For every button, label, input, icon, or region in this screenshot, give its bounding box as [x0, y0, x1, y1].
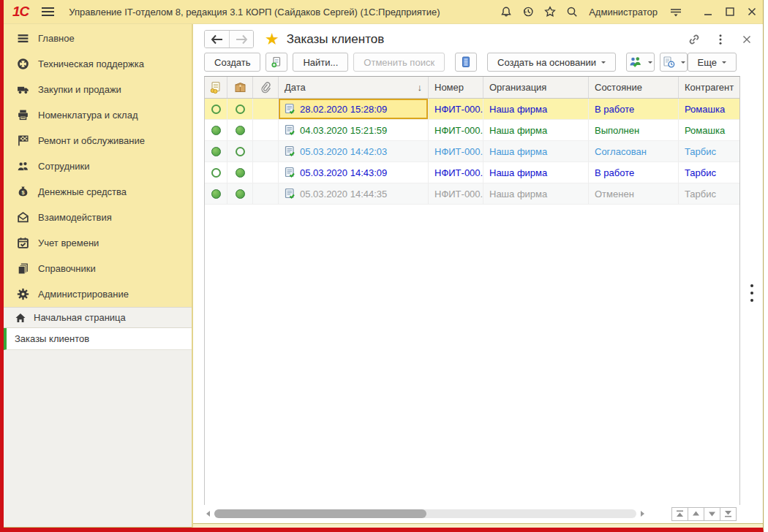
copy-document-button[interactable] — [266, 53, 287, 72]
link-icon[interactable] — [687, 32, 701, 47]
sidebar: Главное Техническая поддержка Закупки и … — [4, 24, 193, 528]
more-button[interactable]: Еще — [688, 53, 737, 72]
sidebar-item-printer[interactable]: Номенклатура и склад — [4, 102, 192, 128]
document-clock-button[interactable] — [660, 53, 688, 72]
table-row[interactable]: 04.03.2020 15:21:59 НФИТ-000... Наша фир… — [205, 120, 739, 141]
state-cell[interactable]: Согласован — [589, 141, 679, 162]
shipment-status-icon — [236, 126, 245, 135]
date-cell[interactable]: 05.03.2020 14:44:35 — [279, 183, 429, 204]
scroll-thumb[interactable] — [214, 509, 426, 518]
find-button[interactable]: Найти... — [293, 53, 348, 72]
service-menu-icon[interactable] — [665, 3, 687, 20]
star-icon[interactable] — [539, 3, 561, 20]
table-row[interactable]: 05.03.2020 14:43:09 НФИТ-000... Наша фир… — [205, 162, 739, 183]
scroll-track[interactable] — [214, 509, 636, 518]
date-column-header[interactable]: Дата↓ — [279, 77, 429, 98]
forward-button[interactable] — [229, 31, 253, 48]
sidebar-item-support[interactable]: Техническая поддержка — [4, 51, 192, 77]
payment-status-icon — [211, 126, 221, 135]
date-cell[interactable]: 28.02.2020 15:28:09 — [279, 99, 429, 119]
date-cell[interactable]: 05.03.2020 14:43:09 — [279, 162, 429, 183]
printer-icon — [16, 109, 29, 122]
sidebar-item-home[interactable]: Начальная страница — [4, 307, 192, 328]
go-last-button[interactable] — [720, 507, 737, 521]
sidebar-item-truck[interactable]: Закупки и продажи — [4, 77, 192, 102]
current-user[interactable]: Администратор — [589, 7, 658, 18]
add-counterparty-button[interactable] — [626, 53, 655, 72]
sidebar-item-money[interactable]: $ Денежные средства — [4, 179, 192, 205]
main-menu-icon[interactable] — [42, 7, 54, 16]
bell-icon[interactable] — [495, 3, 517, 20]
number-cell[interactable]: НФИТ-000... — [429, 141, 483, 162]
sidebar-item-customer-orders[interactable]: Заказы клиентов — [4, 328, 192, 350]
scroll-right-icon[interactable] — [639, 510, 647, 517]
go-next-button[interactable] — [704, 507, 720, 521]
search-icon[interactable] — [561, 3, 583, 20]
number-cell[interactable]: НФИТ-000... — [429, 120, 483, 140]
org-cell[interactable]: Наша фирма — [483, 120, 589, 140]
table-row[interactable]: 05.03.2020 14:42:03 НФИТ-000... Наша фир… — [205, 141, 739, 162]
contractor-cell[interactable]: Тарбис — [679, 183, 740, 204]
more-dots-icon[interactable] — [713, 32, 728, 47]
date-cell[interactable]: 05.03.2020 14:42:03 — [279, 141, 429, 162]
back-button[interactable] — [205, 31, 229, 48]
sidebar-item-books[interactable]: Справочники — [4, 256, 192, 281]
attachment-column-header[interactable] — [253, 77, 279, 98]
payment-status-icon — [211, 168, 221, 178]
sidebar-item-gear[interactable]: Администрирование — [4, 281, 192, 307]
sidebar-item-calendar[interactable]: Учет времени — [4, 230, 192, 256]
cancel-search-button[interactable]: Отменить поиск — [353, 53, 445, 72]
date-value: 05.03.2020 14:44:35 — [300, 189, 387, 200]
payment-column-header[interactable] — [205, 77, 227, 98]
contractor-cell[interactable]: Ромашка — [679, 120, 740, 140]
state-cell[interactable]: В работе — [589, 162, 679, 183]
document-check-icon — [285, 124, 295, 136]
home-label: Начальная страница — [34, 312, 126, 323]
state-cell[interactable]: Отменен — [589, 183, 679, 204]
org-cell[interactable]: Наша фирма — [483, 162, 589, 183]
history-icon[interactable] — [517, 3, 539, 20]
number-cell[interactable]: НФИТ-000... — [429, 99, 483, 119]
sidebar-item-envelope[interactable]: Взаимодействия — [4, 205, 192, 230]
date-cell[interactable]: 04.03.2020 15:21:59 — [279, 120, 429, 140]
contractor-cell[interactable]: Тарбис — [679, 141, 740, 162]
number-cell[interactable]: НФИТ-000... — [429, 183, 483, 204]
panel-close-icon[interactable] — [739, 32, 754, 47]
sidebar-item-people[interactable]: Сотрудники — [4, 153, 192, 179]
contractor-column-header[interactable]: Контрагент — [679, 77, 740, 98]
go-first-button[interactable] — [671, 507, 688, 521]
money-icon: $ — [16, 186, 29, 199]
toolbar: Создать Найти... Отменить поиск Создать … — [204, 51, 740, 76]
table-row[interactable]: 05.03.2020 14:44:35 НФИТ-000... Наша фир… — [205, 183, 739, 205]
sidebar-item-flag[interactable]: Ремонт и обслуживание — [4, 128, 192, 153]
sidebar-item-menu[interactable]: Главное — [4, 26, 192, 51]
sort-descending-icon: ↓ — [418, 82, 423, 93]
contractor-cell[interactable]: Тарбис — [679, 162, 740, 183]
maximize-button[interactable] — [719, 3, 741, 20]
shipment-column-header[interactable] — [227, 77, 253, 98]
org-column-header[interactable]: Организация — [483, 77, 589, 98]
number-column-header[interactable]: Номер — [429, 77, 483, 98]
create-based-on-button[interactable]: Создать на основании — [487, 53, 616, 72]
shipment-status-icon — [236, 104, 245, 114]
state-cell[interactable]: В работе — [589, 99, 679, 119]
state-cell[interactable]: Выполнен — [589, 120, 679, 140]
org-cell[interactable]: Наша фирма — [483, 141, 589, 162]
contractor-cell[interactable]: Ромашка — [679, 99, 740, 119]
create-button[interactable]: Создать — [204, 53, 260, 72]
splitter-grip[interactable] — [748, 281, 756, 305]
list-settings-button[interactable] — [455, 53, 477, 72]
chevron-down-icon — [601, 61, 606, 66]
state-column-header[interactable]: Состояние — [589, 77, 679, 98]
favorite-star-icon[interactable]: ★ — [265, 31, 279, 48]
close-button[interactable] — [741, 3, 763, 20]
truck-icon — [16, 83, 29, 96]
minimize-button[interactable] — [697, 3, 719, 20]
go-prev-button[interactable] — [688, 507, 704, 521]
create-based-on-label: Создать на основании — [497, 57, 596, 68]
scroll-left-icon[interactable] — [204, 510, 211, 517]
number-cell[interactable]: НФИТ-000... — [429, 162, 483, 183]
org-cell[interactable]: Наша фирма — [483, 183, 589, 204]
table-row[interactable]: 28.02.2020 15:28:09 НФИТ-000... Наша фир… — [205, 99, 739, 120]
org-cell[interactable]: Наша фирма — [483, 99, 589, 119]
